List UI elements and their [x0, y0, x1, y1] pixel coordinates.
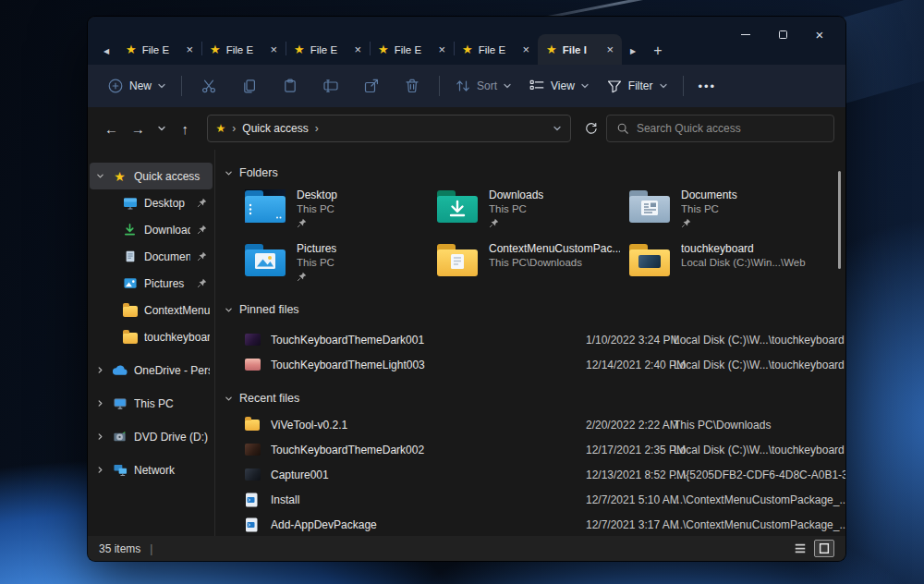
tile-name: Desktop: [297, 189, 337, 202]
new-button[interactable]: New: [99, 70, 175, 102]
tab-label: File E: [142, 44, 181, 55]
tab-file-explorer[interactable]: ★ File E ×: [286, 34, 370, 65]
chevron-right-icon[interactable]: [96, 432, 105, 441]
folder-tile-pictures[interactable]: Pictures This PC: [236, 242, 428, 286]
folder-tile-contextmenucustompac[interactable]: ContextMenuCustomPac... This PC\Download…: [428, 242, 620, 286]
star-icon: ★: [210, 43, 221, 55]
file-row[interactable]: Capture001 12/13/2021 8:52 PM ...\{5205D…: [245, 462, 845, 487]
tile-name: Documents: [681, 189, 737, 202]
sidebar-label: Downloads: [144, 224, 190, 237]
scrollbar-thumb[interactable]: [838, 171, 841, 269]
image-thumbnail-icon: [245, 359, 261, 371]
chevron-down-icon[interactable]: [96, 172, 105, 180]
section-header-recent-files[interactable]: Recent files: [225, 388, 845, 408]
rename-button[interactable]: [310, 70, 351, 102]
recent-locations-button[interactable]: [152, 116, 171, 141]
new-tab-button[interactable]: +: [644, 37, 672, 65]
back-button[interactable]: ←: [99, 116, 124, 141]
tab-file-explorer[interactable]: ★ File E ×: [117, 34, 201, 65]
file-row[interactable]: TouchKeyboardThemeLight003 12/14/2021 2:…: [245, 352, 845, 377]
item-count: 35 items: [99, 542, 140, 555]
tab-file-explorer[interactable]: ★ File E ×: [454, 34, 538, 65]
address-bar[interactable]: ★ › Quick access ›: [207, 115, 571, 142]
refresh-button[interactable]: [577, 116, 604, 141]
sidebar-item-quick-access[interactable]: ★ Quick access: [90, 163, 213, 189]
filter-button[interactable]: Filter: [598, 70, 676, 102]
file-date: 1/10/2022 3:24 PM: [586, 334, 674, 347]
share-button[interactable]: [351, 70, 392, 102]
large-icons-view-button[interactable]: [814, 540, 834, 557]
folder-tile-desktop[interactable]: Desktop This PC: [236, 189, 428, 233]
tab-file-explorer[interactable]: ★ File E ×: [201, 34, 286, 65]
vertical-scrollbar[interactable]: [836, 150, 842, 536]
trash-icon: [404, 78, 420, 94]
status-divider: |: [150, 542, 152, 555]
star-icon: ★: [294, 43, 305, 55]
tile-name: Pictures: [297, 242, 336, 256]
sidebar-item-dvd-drive[interactable]: DVD Drive (D:) CCCO: [90, 423, 213, 450]
star-icon: ★: [126, 43, 137, 55]
tab-file-explorer[interactable]: ★ File E ×: [370, 34, 454, 65]
delete-button[interactable]: [392, 70, 432, 102]
sort-button[interactable]: Sort: [446, 70, 520, 102]
tile-location: This PC: [297, 256, 336, 270]
forward-button[interactable]: →: [126, 116, 151, 141]
sidebar-item-documents[interactable]: Documents: [90, 243, 213, 270]
see-more-button[interactable]: •••: [690, 70, 725, 102]
tile-name: Downloads: [489, 189, 543, 202]
tab-close-icon[interactable]: ×: [354, 43, 361, 55]
view-button[interactable]: View: [520, 70, 598, 102]
sidebar-item-network[interactable]: Network: [90, 456, 213, 483]
sidebar-item-pictures[interactable]: Pictures: [90, 270, 213, 297]
sidebar-item-onedrive[interactable]: OneDrive - Personal: [90, 357, 213, 383]
pin-icon: [297, 218, 337, 228]
paste-button[interactable]: [270, 70, 310, 102]
close-button[interactable]: ×: [801, 22, 838, 46]
copy-button[interactable]: [229, 70, 270, 102]
sidebar-item-contextmenucust[interactable]: ContextMenuCust: [90, 297, 213, 323]
up-button[interactable]: ↑: [173, 116, 198, 141]
folder-tile-downloads[interactable]: Downloads This PC: [428, 189, 620, 233]
file-row[interactable]: Add-AppDevPackage 12/7/2021 3:17 AM ...\…: [245, 512, 845, 536]
file-row[interactable]: Install 12/7/2021 5:10 AM ...\ContextMen…: [245, 487, 845, 512]
file-row[interactable]: TouchKeyboardThemeDark001 1/10/2022 3:24…: [245, 327, 845, 352]
chevron-down-icon: [157, 81, 166, 91]
tab-scroll-right-button[interactable]: ▶: [622, 37, 644, 65]
cut-button[interactable]: [188, 70, 229, 102]
tab-file-explorer-active[interactable]: ★ File I ×: [538, 34, 622, 65]
file-row[interactable]: TouchKeyboardThemeDark002 12/17/2021 2:3…: [245, 437, 845, 462]
onedrive-cloud-icon: [112, 363, 128, 378]
chevron-down-icon: [225, 395, 233, 403]
powershell-script-icon: [245, 493, 261, 507]
sidebar-item-downloads[interactable]: Downloads: [90, 216, 213, 243]
sidebar-item-desktop[interactable]: Desktop: [90, 189, 213, 216]
file-location: Local Disk (C:)\W...\touchkeyboard: [674, 334, 845, 347]
tile-location: This PC: [681, 202, 737, 216]
sidebar-item-touchkeyboard[interactable]: touchkeyboard: [90, 323, 213, 350]
address-dropdown-icon[interactable]: [553, 124, 562, 133]
tab-close-icon[interactable]: ×: [186, 43, 193, 55]
file-location: ...\ContextMenuCustomPackage_...: [674, 518, 845, 531]
section-header-folders[interactable]: Folders: [225, 163, 845, 183]
search-input[interactable]: [637, 122, 824, 135]
tab-scroll-left-button[interactable]: ◀: [95, 37, 117, 65]
folder-tile-touchkeyboard[interactable]: touchkeyboard Local Disk (C:)\Win...\Web: [620, 242, 812, 286]
tab-close-icon[interactable]: ×: [270, 43, 277, 55]
maximize-button[interactable]: [764, 22, 801, 46]
sidebar-item-this-pc[interactable]: This PC: [90, 390, 213, 417]
chevron-right-icon[interactable]: [96, 366, 105, 374]
tab-close-icon[interactable]: ×: [438, 43, 445, 55]
details-view-button[interactable]: [790, 540, 810, 557]
minimize-button[interactable]: [727, 22, 764, 46]
chevron-right-icon[interactable]: [96, 466, 105, 474]
file-location: This PC\Downloads: [674, 419, 845, 432]
file-row[interactable]: ViVeTool-v0.2.1 2/20/2022 2:22 AM This P…: [245, 412, 845, 437]
chevron-right-icon[interactable]: [96, 399, 105, 408]
search-box[interactable]: [606, 115, 834, 142]
tab-close-icon[interactable]: ×: [606, 43, 614, 55]
breadcrumb-quick-access[interactable]: Quick access: [242, 122, 308, 135]
breadcrumb-chevron: ›: [315, 123, 319, 134]
tab-close-icon[interactable]: ×: [522, 43, 529, 55]
folder-tile-documents[interactable]: Documents This PC: [620, 189, 812, 233]
section-header-pinned-files[interactable]: Pinned files: [225, 299, 845, 320]
